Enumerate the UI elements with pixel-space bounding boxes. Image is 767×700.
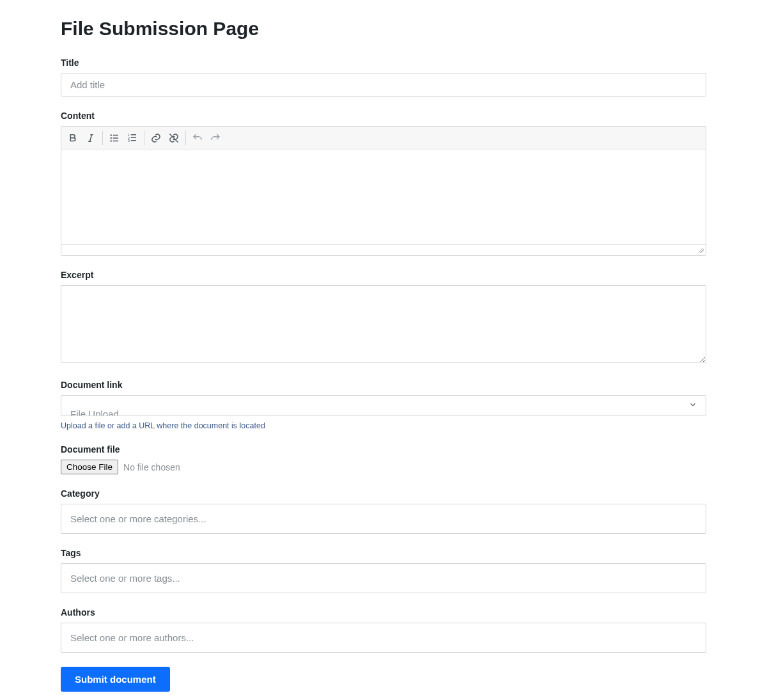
italic-icon[interactable]: [82, 129, 100, 147]
authors-label: Authors: [61, 607, 706, 618]
excerpt-label: Excerpt: [61, 270, 706, 280]
svg-text:3: 3: [128, 139, 130, 143]
svg-rect-12: [131, 134, 136, 136]
document-link-selected-value: File Upload: [70, 408, 119, 416]
redo-icon[interactable]: [206, 129, 224, 147]
svg-rect-6: [113, 135, 118, 136]
svg-line-2: [90, 135, 92, 142]
excerpt-textarea[interactable]: [61, 285, 706, 363]
tags-label: Tags: [61, 548, 706, 558]
toolbar-separator: [102, 131, 103, 145]
file-chosen-status: No file chosen: [123, 462, 180, 472]
svg-point-4: [111, 137, 112, 139]
undo-icon[interactable]: [189, 129, 206, 147]
numbered-list-icon[interactable]: 123: [123, 129, 141, 147]
document-link-label: Document link: [61, 380, 706, 390]
editor-toolbar: 123: [61, 127, 706, 150]
bullet-list-icon[interactable]: [105, 129, 123, 147]
document-file-field-wrap: Document file Choose File No file chosen: [61, 444, 706, 474]
content-field-wrap: Content 123: [61, 111, 706, 256]
svg-point-3: [111, 134, 112, 136]
content-editor-area[interactable]: [61, 150, 706, 245]
choose-file-button[interactable]: Choose File: [61, 460, 118, 474]
category-multiselect[interactable]: Select one or more categories...: [61, 504, 706, 534]
title-field-wrap: Title: [61, 58, 706, 97]
page-title: File Submission Page: [61, 18, 706, 40]
authors-field-wrap: Authors Select one or more authors...: [61, 607, 706, 653]
unlink-icon[interactable]: [165, 129, 183, 147]
svg-rect-8: [113, 141, 118, 142]
editor-resize-handle[interactable]: [61, 245, 706, 255]
bold-icon[interactable]: [64, 129, 82, 147]
svg-point-5: [111, 140, 112, 141]
toolbar-separator: [185, 131, 186, 145]
authors-multiselect[interactable]: Select one or more authors...: [61, 623, 706, 653]
category-label: Category: [61, 488, 706, 499]
rich-text-editor: 123: [61, 126, 706, 256]
document-link-field-wrap: Document link File Upload Upload a file …: [61, 380, 706, 430]
title-input[interactable]: [61, 73, 706, 97]
toolbar-separator: [144, 131, 144, 145]
svg-rect-13: [131, 137, 136, 139]
content-label: Content: [61, 111, 706, 121]
title-label: Title: [61, 58, 706, 68]
svg-rect-14: [131, 140, 136, 141]
submit-button[interactable]: Submit document: [61, 667, 170, 692]
document-link-help: Upload a file or add a URL where the doc…: [61, 421, 706, 430]
category-field-wrap: Category Select one or more categories..…: [61, 488, 706, 534]
document-file-label: Document file: [61, 444, 706, 455]
link-icon[interactable]: [147, 129, 165, 147]
tags-multiselect[interactable]: Select one or more tags...: [61, 563, 706, 593]
svg-rect-7: [113, 137, 118, 139]
tags-field-wrap: Tags Select one or more tags...: [61, 548, 706, 593]
document-link-select[interactable]: File Upload: [61, 395, 706, 416]
excerpt-field-wrap: Excerpt: [61, 270, 706, 366]
